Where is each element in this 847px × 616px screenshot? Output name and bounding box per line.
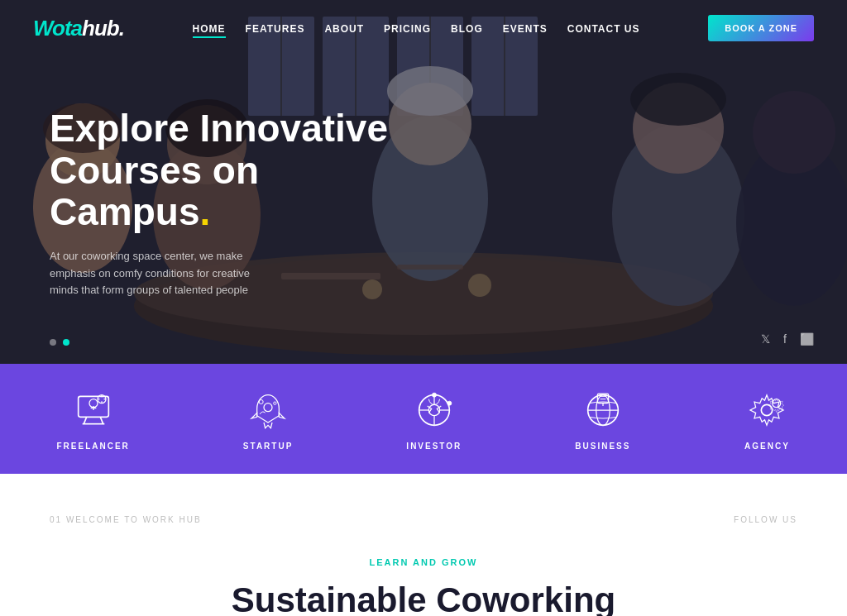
section-tag: LEARN AND GROW <box>370 557 478 567</box>
hero-title-dot: . <box>199 190 210 233</box>
feature-business-label: BUSINESS <box>575 442 630 451</box>
hero-social: 𝕏 f ⬜ <box>761 332 814 346</box>
instagram-icon[interactable]: ⬜ <box>800 332 814 346</box>
feature-agency-label: AGENCY <box>744 442 790 451</box>
feature-startup-label: STARTUP <box>243 442 293 451</box>
nav-blog[interactable]: BLOG <box>451 23 483 35</box>
svg-point-41 <box>264 404 272 412</box>
rocket-icon <box>245 387 291 433</box>
feature-agency[interactable]: AGENCY <box>744 387 790 451</box>
hero-title: Explore Innovative Courses on Campus. <box>50 107 414 233</box>
nav-home[interactable]: HOME <box>193 23 226 38</box>
feature-freelancer-label: FREELANCER <box>57 442 130 451</box>
features-bar: FREELANCER STARTUP <box>0 364 847 474</box>
hero-content: Explore Innovative Courses on Campus. At… <box>50 107 414 299</box>
hero-description: At our coworking space center, we make e… <box>50 248 281 299</box>
welcome-label-left: 01 WELCOME TO WORK HUB <box>50 515 202 524</box>
welcome-label-right: FOLLOW US <box>734 515 797 524</box>
chart-icon <box>411 387 457 433</box>
logo-hub: hub. <box>82 16 124 41</box>
svg-point-42 <box>259 400 263 404</box>
nav-features[interactable]: FEATURES <box>246 23 305 35</box>
svg-point-43 <box>274 402 276 404</box>
welcome-section-header: 01 WELCOME TO WORK HUB FOLLOW US <box>0 474 847 549</box>
feature-freelancer[interactable]: FREELANCER <box>57 387 130 451</box>
section-title: Sustainable Coworking in Your Town <box>232 580 615 616</box>
svg-point-50 <box>432 393 436 397</box>
gear-cog-icon <box>744 387 790 433</box>
globe-icon <box>580 387 626 433</box>
svg-point-51 <box>447 401 452 405</box>
nav-events[interactable]: EVENTS <box>503 23 548 35</box>
monitor-icon <box>70 387 117 433</box>
nav-about[interactable]: ABOUT <box>324 23 364 35</box>
nav-links: HOME FEATURES ABOUT PRICING BLOG EVENTS … <box>193 21 640 36</box>
logo[interactable]: Wotahub. <box>33 16 124 41</box>
navbar: Wotahub. HOME FEATURES ABOUT PRICING BLO… <box>0 0 847 56</box>
nav-contact[interactable]: CONTACT US <box>567 23 640 35</box>
feature-startup[interactable]: STARTUP <box>243 387 293 451</box>
logo-wota: Wota <box>33 16 82 41</box>
welcome-section-main: LEARN AND GROW Sustainable Coworking in … <box>0 549 847 616</box>
book-zone-button[interactable]: BOOK A ZONE <box>708 15 814 41</box>
svg-line-30 <box>84 417 86 423</box>
nav-pricing[interactable]: PRICING <box>384 23 431 35</box>
hero-dots <box>50 339 69 346</box>
twitter-icon[interactable]: 𝕏 <box>761 332 770 346</box>
dot-1[interactable] <box>50 339 56 346</box>
feature-investor-label: INVESTOR <box>406 442 462 451</box>
dot-2[interactable] <box>63 339 69 346</box>
feature-investor[interactable]: INVESTOR <box>406 387 462 451</box>
svg-line-31 <box>100 417 103 423</box>
facebook-icon[interactable]: f <box>783 332 787 346</box>
feature-business[interactable]: BUSINESS <box>575 387 630 451</box>
